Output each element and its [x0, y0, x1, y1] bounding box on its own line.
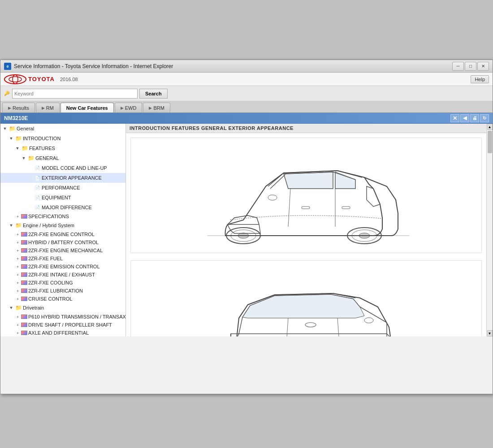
keyword-input[interactable] — [12, 89, 138, 99]
maximize-button[interactable]: □ — [465, 62, 476, 71]
rm-arrow: ▶ — [42, 106, 45, 110]
svg-point-27 — [364, 318, 373, 323]
expand-icon[interactable]: ＋ — [15, 240, 20, 245]
expand-icon[interactable]: ＋ — [15, 280, 20, 285]
expand-icon[interactable]: ＋ — [15, 256, 20, 261]
list-item[interactable]: ＋ 2ZR-FXE ENGINE MECHANICAL — [0, 246, 125, 254]
expand-icon[interactable]: ＋ — [15, 288, 20, 293]
watermark: toyota — [411, 327, 479, 336]
nm-bar-left: NM3210E — [4, 115, 28, 121]
spacer — [27, 175, 33, 181]
browser-window: e Service Information - Toyota Service I… — [0, 60, 493, 394]
nm-arrow-button[interactable]: ◀ — [460, 114, 469, 122]
scrollbar[interactable]: ▲ ▼ — [486, 124, 493, 336]
tab-bar: ▶ Results ▶ RM New Car Features ▶ EWD ▶ … — [0, 101, 493, 113]
list-item[interactable]: ＋ AXLE AND DIFFERENTIAL — [0, 329, 125, 336]
main-content: INTRODUCTION FEATURES GENERAL EXTERIOR A… — [126, 124, 486, 336]
expand-icon[interactable]: ＋ — [15, 248, 20, 253]
svg-point-2 — [13, 75, 18, 84]
tab-new-car-features[interactable]: New Car Features — [61, 103, 114, 112]
scroll-down-button[interactable]: ▼ — [487, 330, 493, 336]
list-item[interactable]: 📄 PERFORMANCE — [0, 183, 125, 193]
expand-icon[interactable]: ▼ — [15, 146, 20, 151]
list-item[interactable]: ＋ HYBRID / BATTERY CONTROL — [0, 238, 125, 246]
folder-icon: 📁 — [9, 125, 16, 132]
list-item[interactable]: 📄 EQUIPMENT — [0, 193, 125, 202]
spacer — [27, 165, 33, 171]
expand-icon[interactable]: ＋ — [15, 322, 20, 327]
content-wrapper: ▼ 📁 General ▼ 📁 INTRODUCTION — [0, 124, 493, 336]
list-item[interactable]: ＋ CRUISE CONTROL — [0, 295, 125, 303]
car-rear-view: toyota — [130, 260, 482, 336]
tree-label: 2ZR-FXE INTAKE / EXHAUST — [28, 272, 95, 277]
list-item[interactable]: ＋ 2ZR-FXE FUEL — [0, 254, 125, 263]
list-item[interactable]: ＋ 2ZR-FXE LUBRICATION — [0, 287, 125, 295]
keyword-icon: 🔑 — [3, 90, 10, 97]
component-icon — [21, 314, 27, 319]
list-item[interactable]: ▼ 📁 GENERAL — [0, 153, 125, 163]
list-item[interactable]: ▼ 📁 General — [0, 124, 125, 134]
component-icon — [21, 272, 27, 277]
tab-results[interactable]: ▶ Results — [2, 103, 35, 112]
list-item[interactable]: ＋ 2ZR-FXE INTAKE / EXHAUST — [0, 271, 125, 279]
expand-icon[interactable]: ▼ — [9, 223, 14, 228]
scroll-thumb[interactable] — [488, 131, 492, 153]
menu-bar: TOYOTA 2016.08 Help — [0, 73, 493, 86]
tree-label: DRIVE SHAFT / PROPELLER SHAFT — [28, 322, 112, 327]
car-front-view — [130, 138, 482, 253]
expand-icon[interactable]: ＋ — [15, 314, 20, 319]
expand-icon[interactable]: ＋ — [15, 264, 20, 269]
expand-icon[interactable]: ＋ — [15, 296, 20, 302]
help-button[interactable]: Help — [471, 75, 489, 83]
nm-close-button[interactable]: ✕ — [450, 114, 459, 122]
list-item[interactable]: ＋ SPECIFICATIONS — [0, 212, 125, 220]
list-item[interactable]: ▼ 📁 INTRODUCTION — [0, 134, 125, 143]
car-front-svg — [194, 142, 418, 249]
tab-rm[interactable]: ▶ RM — [36, 103, 60, 112]
doc-viewport[interactable]: toyota — [126, 133, 486, 336]
expand-icon[interactable]: ▼ — [9, 305, 14, 310]
window-controls: ─ □ ✕ — [452, 62, 489, 71]
doc-icon: 📄 — [34, 194, 41, 201]
list-item[interactable]: ▼ 📁 FEATURES — [0, 143, 125, 153]
nm-print-button[interactable]: 🖨 — [470, 114, 479, 122]
window-title: Service Information - Toyota Service Inf… — [14, 63, 173, 69]
sidebar: ▼ 📁 General ▼ 📁 INTRODUCTION — [0, 124, 126, 336]
tab-ewd[interactable]: ▶ EWD — [115, 103, 143, 112]
folder-icon: 📁 — [15, 135, 22, 142]
search-button[interactable]: Search — [139, 89, 168, 99]
list-item[interactable]: ▼ 📁 Engine / Hybrid System — [0, 220, 125, 230]
expand-icon[interactable]: ＋ — [15, 232, 20, 237]
scroll-up-button[interactable]: ▲ — [487, 124, 493, 130]
list-item[interactable]: ▼ 📁 Drivetrain — [0, 303, 125, 313]
list-item[interactable]: ＋ 2ZR-FXE COOLING — [0, 279, 125, 287]
folder-icon: 📁 — [15, 304, 22, 311]
component-icon — [21, 280, 27, 285]
component-icon — [21, 232, 27, 237]
list-item[interactable]: 📄 MAJOR DIFFERENCE — [0, 202, 125, 212]
svg-rect-12 — [302, 207, 310, 209]
expand-icon[interactable]: ▼ — [9, 136, 14, 141]
spacer — [27, 185, 33, 190]
version-text: 2016.08 — [60, 77, 78, 82]
list-item[interactable]: ＋ DRIVE SHAFT / PROPELLER SHAFT — [0, 321, 125, 329]
list-item[interactable]: ＋ 2ZR-FXE EMISSION CONTROL — [0, 263, 125, 271]
toyota-logo: TOYOTA — [4, 74, 55, 84]
expand-icon[interactable]: ▼ — [21, 155, 26, 161]
tree-label: PERFORMANCE — [42, 185, 80, 190]
nm-refresh-button[interactable]: ↻ — [480, 114, 489, 122]
expand-icon[interactable]: ▼ — [2, 126, 8, 131]
minimize-button[interactable]: ─ — [452, 62, 464, 71]
expand-icon[interactable]: ＋ — [15, 272, 20, 277]
expand-icon[interactable]: ＋ — [15, 214, 20, 219]
list-item[interactable]: 📄 EXTERIOR APPEARANCE — [0, 173, 125, 183]
expand-icon[interactable]: ＋ — [15, 330, 20, 336]
list-item[interactable]: 📄 MODEL CODE AND LINE-UP — [0, 163, 125, 173]
tree-label: MODEL CODE AND LINE-UP — [42, 165, 107, 171]
tab-brm[interactable]: ▶ BRM — [143, 103, 170, 112]
list-item[interactable]: ＋ P610 HYBRID TRANSMISSION / TRANSAXLE — [0, 313, 125, 321]
list-item[interactable]: ＋ 2ZR-FXE ENGINE CONTROL — [0, 230, 125, 238]
tree-label: GENERAL — [35, 155, 59, 161]
tab-rm-label: RM — [46, 105, 54, 111]
close-button[interactable]: ✕ — [477, 62, 489, 71]
